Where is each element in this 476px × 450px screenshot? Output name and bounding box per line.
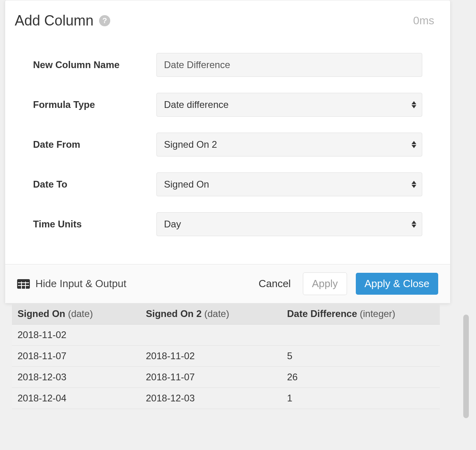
table-row: 2018-12-04 2018-12-03 1 bbox=[12, 388, 440, 409]
cell: 2018-12-04 bbox=[12, 388, 140, 409]
date-from-label: Date From bbox=[33, 139, 156, 150]
hide-io-toggle[interactable]: Hide Input & Output bbox=[17, 278, 126, 290]
table-header-row: Signed On (date) Signed On 2 (date) Date… bbox=[12, 303, 440, 325]
svg-rect-3 bbox=[21, 282, 22, 289]
dialog-title: Add Column bbox=[15, 12, 94, 29]
new-column-name-input[interactable] bbox=[156, 53, 422, 77]
chevron-updown-icon bbox=[412, 141, 416, 148]
svg-rect-0 bbox=[17, 279, 30, 289]
cell: 5 bbox=[281, 346, 440, 367]
add-column-dialog: Add Column ? 0ms New Column Name Formula… bbox=[5, 0, 451, 303]
row-time-units: Time Units Day bbox=[33, 212, 422, 236]
new-column-name-label: New Column Name bbox=[33, 59, 156, 70]
svg-rect-4 bbox=[25, 282, 26, 289]
footer-actions: Cancel Apply Apply & Close bbox=[256, 272, 438, 295]
results-table: Signed On (date) Signed On 2 (date) Date… bbox=[12, 303, 440, 409]
row-date-from: Date From Signed On 2 bbox=[33, 133, 422, 157]
table-row: 2018-11-02 bbox=[12, 325, 440, 346]
formula-type-value: Date difference bbox=[164, 99, 228, 110]
cell bbox=[140, 325, 282, 346]
cell: 2018-11-02 bbox=[140, 346, 282, 367]
time-units-label: Time Units bbox=[33, 219, 156, 230]
time-units-select[interactable]: Day bbox=[156, 212, 422, 236]
cell: 2018-11-02 bbox=[12, 325, 140, 346]
chevron-updown-icon bbox=[412, 181, 416, 188]
cancel-button[interactable]: Cancel bbox=[256, 273, 294, 295]
dialog-body: New Column Name Formula Type Date differ… bbox=[5, 37, 450, 264]
date-to-value: Signed On bbox=[164, 179, 209, 190]
cell: 2018-12-03 bbox=[140, 388, 282, 409]
table-row: 2018-12-03 2018-11-07 26 bbox=[12, 367, 440, 388]
cell bbox=[281, 325, 440, 346]
date-to-select[interactable]: Signed On bbox=[156, 172, 422, 196]
row-formula-type: Formula Type Date difference bbox=[33, 93, 422, 117]
cell: 2018-11-07 bbox=[12, 346, 140, 367]
timing-label: 0ms bbox=[413, 14, 434, 27]
col-header-signed-on[interactable]: Signed On (date) bbox=[12, 303, 140, 325]
svg-rect-2 bbox=[18, 285, 29, 286]
chevron-updown-icon bbox=[412, 101, 416, 108]
row-date-to: Date To Signed On bbox=[33, 172, 422, 196]
dialog-title-wrap: Add Column ? bbox=[15, 12, 110, 29]
dialog-header: Add Column ? 0ms bbox=[5, 0, 450, 37]
date-to-label: Date To bbox=[33, 179, 156, 190]
table-row: 2018-11-07 2018-11-02 5 bbox=[12, 346, 440, 367]
col-header-date-difference[interactable]: Date Difference (integer) bbox=[281, 303, 440, 325]
svg-rect-1 bbox=[18, 282, 29, 283]
cell: 26 bbox=[281, 367, 440, 388]
date-from-value: Signed On 2 bbox=[164, 139, 217, 150]
cell: 1 bbox=[281, 388, 440, 409]
date-from-select[interactable]: Signed On 2 bbox=[156, 133, 422, 157]
row-new-column-name: New Column Name bbox=[33, 53, 422, 77]
scrollbar[interactable] bbox=[463, 315, 469, 418]
cell: 2018-11-07 bbox=[140, 367, 282, 388]
formula-type-label: Formula Type bbox=[33, 99, 156, 110]
cell: 2018-12-03 bbox=[12, 367, 140, 388]
apply-button[interactable]: Apply bbox=[303, 272, 347, 295]
time-units-value: Day bbox=[164, 219, 181, 230]
apply-close-button[interactable]: Apply & Close bbox=[356, 273, 438, 295]
col-header-signed-on-2[interactable]: Signed On 2 (date) bbox=[140, 303, 282, 325]
help-icon[interactable]: ? bbox=[99, 15, 110, 26]
dialog-footer: Hide Input & Output Cancel Apply Apply &… bbox=[5, 264, 450, 303]
chevron-updown-icon bbox=[412, 221, 416, 228]
table-icon bbox=[17, 279, 30, 289]
formula-type-select[interactable]: Date difference bbox=[156, 93, 422, 117]
hide-io-label: Hide Input & Output bbox=[35, 278, 126, 290]
